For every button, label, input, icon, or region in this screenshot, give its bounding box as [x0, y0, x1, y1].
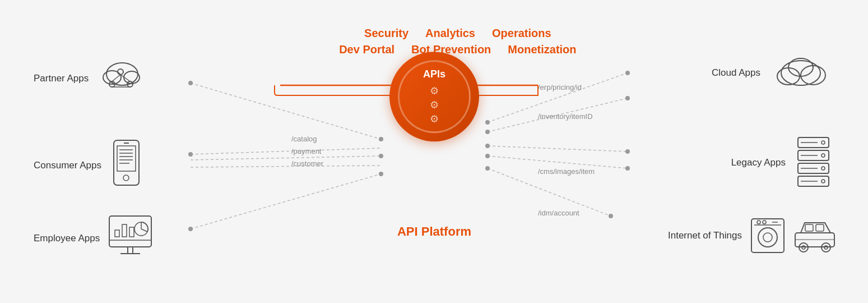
gear-icon-1: ⚙	[430, 85, 439, 97]
legacy-apps-item: Legacy Apps	[731, 135, 834, 191]
svg-line-18	[488, 146, 628, 152]
svg-point-16	[485, 130, 490, 134]
idm-path: /idm/account	[538, 209, 579, 217]
api-circle-inner: APIs ⚙ ⚙ ⚙	[398, 60, 471, 133]
consumer-apps-label: Consumer Apps	[34, 160, 101, 171]
svg-line-9	[191, 174, 381, 229]
car-icon	[792, 216, 837, 255]
api-platform-label: API Platform	[397, 224, 471, 239]
svg-point-77	[763, 221, 766, 224]
svg-point-2	[188, 81, 193, 85]
svg-line-21	[488, 156, 628, 168]
svg-point-76	[757, 221, 760, 224]
payment-path: /payment	[291, 147, 321, 155]
tag-dev-portal: Dev Portal	[339, 43, 394, 56]
svg-point-11	[379, 172, 383, 176]
partner-apps-item: Partner Apps	[34, 56, 146, 101]
svg-point-19	[485, 144, 490, 148]
svg-line-7	[191, 166, 381, 167]
svg-point-65	[821, 154, 825, 157]
inventory-path: /inventory/itemID	[538, 112, 593, 121]
svg-point-73	[758, 228, 777, 247]
partner-apps-icon	[95, 56, 146, 101]
gear-icon-3: ⚙	[430, 113, 439, 125]
svg-point-14	[625, 71, 630, 75]
cloud-apps-icon	[767, 50, 834, 95]
tag-row-1: Security Analytics Operations	[364, 27, 551, 40]
tag-operations: Operations	[492, 27, 551, 40]
washing-machine-icon	[749, 216, 788, 255]
employee-apps-icon	[106, 213, 157, 264]
svg-rect-45	[109, 216, 151, 247]
api-circle: APIs ⚙ ⚙ ⚙	[389, 52, 479, 141]
customer-path: /customer	[291, 159, 323, 168]
svg-rect-52	[129, 227, 134, 237]
tag-security: Security	[364, 27, 409, 40]
svg-line-6	[191, 156, 381, 160]
svg-line-4	[191, 148, 381, 154]
employee-apps-item: Employee Apps	[34, 213, 157, 264]
svg-point-25	[485, 166, 490, 171]
svg-point-30	[118, 69, 123, 75]
gear-icon-2: ⚙	[430, 99, 439, 111]
svg-rect-80	[805, 224, 813, 231]
legacy-apps-icon	[792, 135, 834, 191]
svg-point-5	[188, 152, 193, 157]
svg-point-8	[379, 154, 383, 158]
cms-path: /cms/images/item	[538, 167, 595, 176]
svg-line-33	[112, 75, 120, 81]
apis-label: APIs	[423, 68, 445, 80]
feature-tags: Security Analytics Operations Dev Portal…	[339, 27, 576, 56]
svg-point-74	[763, 233, 772, 242]
diagram-container: Security Analytics Operations Dev Portal…	[0, 0, 868, 303]
erp-path: /erp/pricing/id	[538, 83, 582, 91]
svg-point-20	[625, 149, 630, 154]
svg-point-23	[625, 166, 630, 171]
svg-point-10	[188, 227, 193, 231]
tag-analytics: Analytics	[425, 27, 475, 40]
svg-rect-50	[115, 230, 119, 237]
svg-point-22	[485, 154, 490, 158]
svg-rect-81	[816, 224, 824, 231]
svg-point-17	[625, 96, 630, 100]
svg-point-67	[821, 180, 825, 183]
iot-label: Internet of Things	[668, 230, 742, 241]
employee-apps-label: Employee Apps	[34, 233, 100, 244]
cloud-apps-item: Cloud Apps	[712, 50, 834, 95]
cloud-apps-label: Cloud Apps	[712, 67, 760, 79]
svg-rect-51	[122, 224, 127, 237]
svg-point-13	[485, 120, 490, 125]
svg-point-66	[821, 167, 825, 170]
legacy-apps-label: Legacy Apps	[731, 157, 786, 168]
svg-line-55	[141, 229, 147, 232]
tag-monetization: Monetization	[508, 43, 576, 56]
catalog-path: /catalog	[291, 135, 317, 143]
svg-point-3	[379, 137, 383, 141]
iot-item: Internet of Things	[668, 216, 837, 255]
consumer-apps-item: Consumer Apps	[34, 137, 145, 194]
tag-row-2: Dev Portal Bot Prevention Monetization	[339, 43, 576, 56]
svg-point-43	[123, 175, 129, 181]
svg-line-1	[191, 83, 381, 139]
partner-apps-label: Partner Apps	[34, 73, 89, 84]
consumer-apps-icon	[108, 137, 145, 194]
svg-point-26	[609, 214, 613, 218]
svg-point-64	[821, 141, 825, 144]
